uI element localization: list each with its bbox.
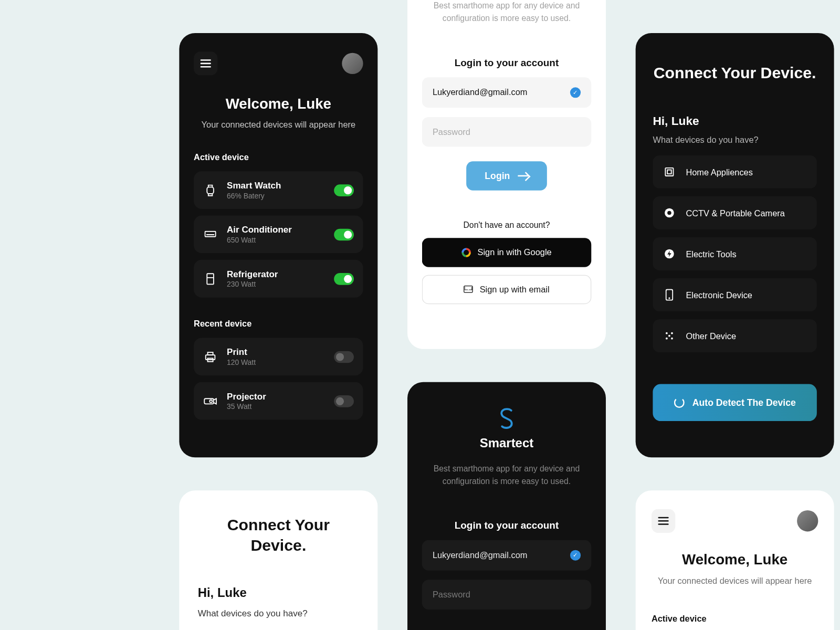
category-cctv[interactable]: CCTV & Portable Camera xyxy=(653,196,816,229)
email-value: Lukyerdiand@gmail.com xyxy=(433,550,527,560)
app-tagline: Best smarthome app for any device and co… xyxy=(422,0,592,25)
device-name: Smart Watch xyxy=(227,181,324,191)
svg-point-18 xyxy=(666,338,668,340)
connect-title: Connect Your Device. xyxy=(198,514,359,556)
hamburger-icon xyxy=(201,59,211,67)
check-badge-icon: ✓ xyxy=(570,550,581,560)
category-home-appliances[interactable]: Home Appliences xyxy=(653,155,816,188)
google-logo-icon xyxy=(461,248,471,257)
svg-point-7 xyxy=(209,400,212,402)
dashboard-light-screen: Welcome, Luke Your connected devices wil… xyxy=(636,490,834,630)
device-row-print[interactable]: Print 120 Watt xyxy=(194,338,363,376)
auto-detect-button[interactable]: Auto Detect The Device xyxy=(653,384,816,422)
recent-section-label: Recent device xyxy=(194,319,363,329)
svg-rect-9 xyxy=(667,170,671,174)
check-badge-icon: ✓ xyxy=(570,87,581,98)
brand-logo xyxy=(422,407,592,430)
device-row-smartwatch[interactable]: Smart Watch 66% Batery xyxy=(194,171,363,209)
refresh-icon xyxy=(674,397,685,408)
active-section-label: Active device xyxy=(194,152,363,162)
welcome-title: Welcome, Luke xyxy=(194,95,363,112)
device-name: Refrigerator xyxy=(227,269,324,279)
svg-rect-0 xyxy=(207,187,214,194)
welcome-subtitle: Your connected devices will appear here xyxy=(194,119,363,131)
connect-greeting: Hi, Luke xyxy=(653,114,816,128)
login-heading: Login to your account xyxy=(422,57,592,68)
connect-dark-screen: Connect Your Device. Hi, Luke What devic… xyxy=(636,33,834,457)
svg-point-11 xyxy=(667,211,671,215)
connect-light-screen: Connect Your Device. Hi, Luke What devic… xyxy=(179,490,377,630)
svg-rect-3 xyxy=(206,355,215,360)
email-field[interactable]: Lukyerdiand@gmail.com ✓ xyxy=(422,540,592,570)
device-meta: 120 Watt xyxy=(227,359,324,366)
login-label: Login xyxy=(485,170,510,181)
projector-icon xyxy=(203,394,218,408)
device-row-projector[interactable]: Projector 35 Watt xyxy=(194,382,363,420)
menu-button[interactable] xyxy=(194,51,217,75)
device-toggle[interactable] xyxy=(334,273,354,285)
mail-icon xyxy=(464,286,473,293)
fridge-icon xyxy=(203,271,218,286)
category-electronic-device[interactable]: Electronic Device xyxy=(653,278,816,311)
avatar[interactable] xyxy=(797,510,818,531)
dashboard-dark-screen: Welcome, Luke Your connected devices wil… xyxy=(179,33,377,457)
arrow-right-icon xyxy=(518,175,528,176)
svg-rect-8 xyxy=(665,168,673,176)
svg-point-16 xyxy=(671,332,673,334)
device-meta: 66% Batery xyxy=(227,192,324,200)
category-other[interactable]: Other Device xyxy=(653,319,816,352)
password-placeholder: Password xyxy=(433,127,470,136)
login-light-screen: Best smarthome app for any device and co… xyxy=(407,0,606,349)
topbar xyxy=(652,509,818,533)
svg-point-14 xyxy=(669,298,669,298)
password-field[interactable]: Password xyxy=(422,580,592,610)
welcome-title: Welcome, Luke xyxy=(652,551,818,569)
password-field[interactable]: Password xyxy=(422,117,592,146)
google-signin-button[interactable]: Sign in with Google xyxy=(422,238,592,267)
connect-title: Connect Your Device. xyxy=(653,62,816,82)
welcome-subtitle: Your connected devices will appear here xyxy=(652,575,818,587)
svg-rect-1 xyxy=(205,231,216,236)
login-button[interactable]: Login xyxy=(466,161,547,190)
svg-point-19 xyxy=(671,338,673,340)
menu-button[interactable] xyxy=(652,509,675,533)
device-toggle[interactable] xyxy=(334,351,354,363)
svg-rect-2 xyxy=(207,274,214,284)
ac-icon xyxy=(203,227,218,242)
brand-name: Smartect xyxy=(422,436,592,451)
avatar[interactable] xyxy=(342,53,363,74)
email-field[interactable]: Lukyerdiand@gmail.com ✓ xyxy=(422,77,592,108)
category-electric-tools[interactable]: Electric Tools xyxy=(653,237,816,270)
home-icon xyxy=(664,166,676,178)
device-meta: 35 Watt xyxy=(227,403,324,411)
device-name: Projector xyxy=(227,392,324,402)
topbar xyxy=(194,51,363,75)
connect-question: What devices do you have? xyxy=(653,135,816,145)
svg-rect-4 xyxy=(208,352,213,355)
device-row-fridge[interactable]: Refrigerator 230 Watt xyxy=(194,260,363,298)
app-tagline: Best smarthome app for any device and co… xyxy=(422,463,592,487)
phone-icon xyxy=(664,289,676,301)
login-heading: Login to your account xyxy=(422,519,592,530)
connect-greeting: Hi, Luke xyxy=(198,586,359,601)
password-placeholder: Password xyxy=(433,590,470,600)
device-meta: 650 Watt xyxy=(227,236,324,244)
email-signup-button[interactable]: Sign up with email xyxy=(422,275,592,303)
device-toggle[interactable] xyxy=(334,228,354,240)
device-meta: 230 Watt xyxy=(227,280,324,288)
device-toggle[interactable] xyxy=(334,184,354,196)
email-value: Lukyerdiand@gmail.com xyxy=(433,87,527,97)
device-row-ac[interactable]: Air Conditioner 650 Watt xyxy=(194,216,363,254)
no-account-text: Don't have an account? xyxy=(422,220,592,230)
bolt-icon xyxy=(664,248,676,260)
hamburger-icon xyxy=(658,517,669,525)
device-name: Air Conditioner xyxy=(227,225,324,235)
device-toggle[interactable] xyxy=(334,395,354,407)
device-name: Print xyxy=(227,347,324,357)
connect-question: What devices do you have? xyxy=(198,608,359,618)
grid-icon xyxy=(664,330,676,342)
active-section-label: Active device xyxy=(652,614,818,624)
svg-point-17 xyxy=(668,335,670,337)
printer-icon xyxy=(203,350,218,364)
camera-icon xyxy=(664,207,676,219)
